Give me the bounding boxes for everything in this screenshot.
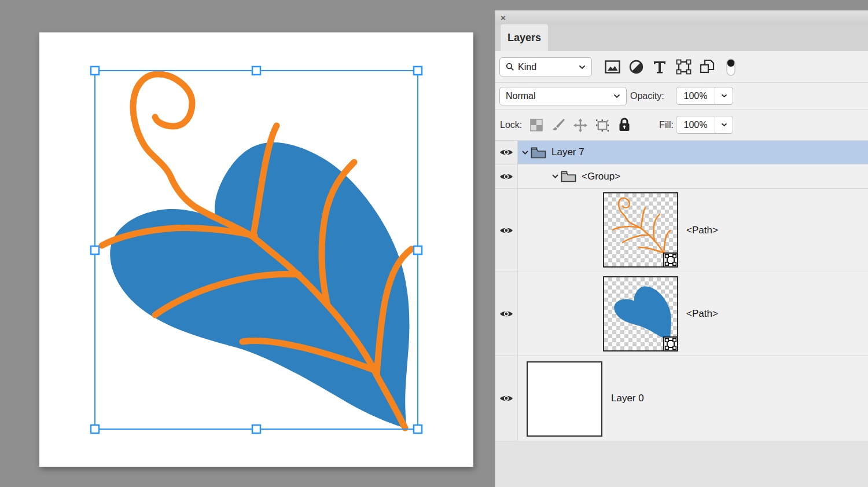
layer-row-path-leaf[interactable]: <Path> xyxy=(495,272,868,356)
layer-thumbnail-veins[interactable] xyxy=(603,192,678,268)
group-folder-icon xyxy=(531,147,546,161)
lock-artboard-icon[interactable] xyxy=(595,118,610,133)
type-layer-filter-icon[interactable] xyxy=(652,59,668,75)
layer-row-path-veins[interactable]: <Path> xyxy=(495,189,868,272)
blend-row: Normal Opacity: 100% xyxy=(495,83,868,109)
chevron-down-icon xyxy=(721,123,727,127)
opacity-field[interactable]: 100% xyxy=(676,87,733,105)
panel-tab-bar: Layers xyxy=(495,24,868,51)
blend-mode-value: Normal xyxy=(506,91,613,101)
shape-layer-badge-icon xyxy=(663,252,678,268)
pixel-layer-filter-icon[interactable] xyxy=(604,59,620,75)
filter-type-icons xyxy=(604,51,739,83)
lock-all-icon[interactable] xyxy=(617,118,632,133)
layer-name[interactable]: Layer 7 xyxy=(551,147,584,158)
lock-position-icon[interactable] xyxy=(573,118,588,133)
lock-label: Lock: xyxy=(500,120,522,130)
handle-bottom-right xyxy=(414,425,422,433)
kind-filter-label: Kind xyxy=(518,62,579,72)
visibility-cell[interactable] xyxy=(495,164,518,188)
layer-name[interactable]: <Path> xyxy=(686,308,718,320)
artwork-layer xyxy=(0,0,495,487)
eye-icon[interactable] xyxy=(499,226,513,235)
adjustment-layer-filter-icon[interactable] xyxy=(628,59,644,75)
chevron-down-icon xyxy=(721,94,727,98)
application-window: × Layers Kind xyxy=(0,0,868,487)
lock-paint-icon[interactable] xyxy=(551,118,566,133)
filter-toggle-icon[interactable] xyxy=(723,59,739,75)
opacity-dropdown-button[interactable] xyxy=(715,87,733,104)
smart-object-filter-icon[interactable] xyxy=(699,59,715,75)
handle-top-right xyxy=(414,67,422,75)
layer-thumbnail-white[interactable] xyxy=(527,361,602,437)
handle-bottom-center xyxy=(252,425,260,433)
panel-empty-area xyxy=(495,441,868,487)
blend-mode-select[interactable]: Normal xyxy=(499,87,627,105)
visibility-cell[interactable] xyxy=(495,272,518,356)
expand-collapse-icon[interactable] xyxy=(551,174,559,179)
panel-chrome: × xyxy=(495,10,868,24)
document-canvas[interactable] xyxy=(0,0,495,487)
close-panel-icon[interactable]: × xyxy=(501,13,506,22)
chevron-down-icon xyxy=(613,94,620,98)
group-folder-icon xyxy=(561,170,576,185)
eye-icon[interactable] xyxy=(499,394,513,403)
filter-row: Kind xyxy=(495,51,868,83)
layer-row-group[interactable]: <Group> xyxy=(495,164,868,189)
layer-name[interactable]: Layer 0 xyxy=(611,393,644,404)
fill-field[interactable]: 100% xyxy=(676,116,733,134)
kind-filter-select[interactable]: Kind xyxy=(499,57,592,76)
chevron-down-icon xyxy=(579,65,586,69)
panel-controls: Kind xyxy=(495,51,868,141)
opacity-value[interactable]: 100% xyxy=(676,91,715,101)
handle-top-left xyxy=(91,67,99,75)
eye-icon[interactable] xyxy=(499,148,513,157)
handle-top-center xyxy=(252,67,260,75)
visibility-cell[interactable] xyxy=(495,356,518,441)
visibility-cell[interactable] xyxy=(495,141,518,164)
handle-bottom-left xyxy=(91,425,99,433)
expand-collapse-icon[interactable] xyxy=(521,150,529,155)
layer-thumbnail-leaf[interactable] xyxy=(603,276,678,351)
lock-row: Lock: xyxy=(495,109,868,141)
fill-dropdown-button[interactable] xyxy=(715,116,733,133)
opacity-label: Opacity: xyxy=(630,91,664,101)
eye-icon[interactable] xyxy=(499,172,513,181)
layer-row-layer7[interactable]: Layer 7 xyxy=(495,141,868,164)
layer-name[interactable]: <Path> xyxy=(686,225,718,236)
shape-layer-badge-icon xyxy=(663,336,678,351)
handle-mid-right xyxy=(414,246,422,254)
layer-row-layer0[interactable]: Layer 0 xyxy=(495,356,868,441)
fill-label: Fill: xyxy=(656,120,674,130)
visibility-cell[interactable] xyxy=(495,189,518,272)
eye-icon[interactable] xyxy=(499,309,513,318)
shape-layer-filter-icon[interactable] xyxy=(675,59,692,75)
lock-transparency-icon[interactable] xyxy=(529,118,544,133)
handle-mid-left xyxy=(91,246,99,254)
layers-list: Layer 7 xyxy=(495,141,868,441)
layers-panel: × Layers Kind xyxy=(495,10,868,487)
fill-value[interactable]: 100% xyxy=(676,120,715,130)
search-icon xyxy=(506,63,514,71)
tab-layers[interactable]: Layers xyxy=(501,24,548,51)
layer-name[interactable]: <Group> xyxy=(582,171,620,182)
lock-icons xyxy=(529,109,632,141)
